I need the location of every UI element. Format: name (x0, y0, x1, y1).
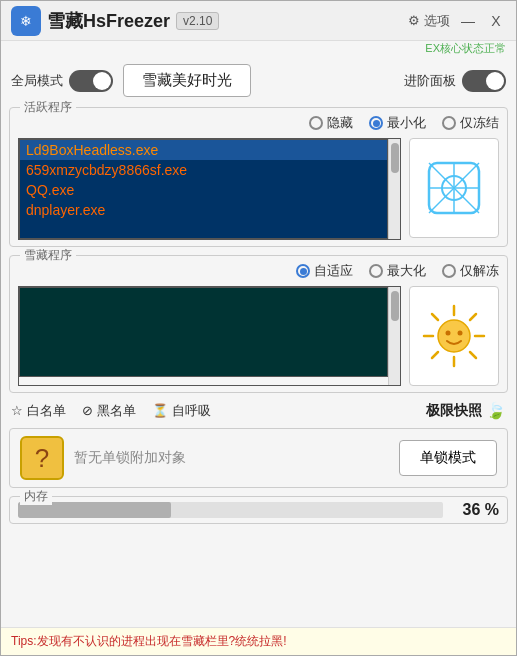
active-section-inner: Ld9BoxHeadless.exe 659xmzycbdzy8866sf.ex… (18, 138, 499, 240)
radio-unfreeze-label: 仅解冻 (460, 262, 499, 280)
frozen-section-inner (18, 286, 499, 386)
radio-hide-circle (309, 116, 323, 130)
main-action-button[interactable]: 雪藏美好时光 (123, 64, 251, 97)
global-mode-label: 全局模式 (11, 72, 63, 90)
process-item-2[interactable]: QQ.exe (20, 180, 387, 200)
memory-percent-label: 36 % (451, 501, 499, 519)
snowflake-icon: ❄ (20, 13, 32, 29)
radio-hide-label: 隐藏 (327, 114, 353, 132)
autobreath-label: 自呼吸 (172, 402, 211, 420)
title-bar: ❄ 雪藏HsFreezer v2.10 ⚙ 选项 — X (1, 1, 516, 41)
active-section-icon (409, 138, 499, 238)
sun-svg (419, 301, 489, 371)
process-list-scrollbar[interactable] (388, 139, 400, 239)
frozen-list-container (18, 286, 401, 386)
memory-bar-row: 36 % (18, 501, 499, 519)
radio-maximize-circle (369, 264, 383, 278)
minimize-button[interactable]: — (458, 11, 478, 31)
radio-maximize-label: 最大化 (387, 262, 426, 280)
main-toolbar: 全局模式 雪藏美好时光 进阶面板 (1, 58, 516, 103)
main-window: ❄ 雪藏HsFreezer v2.10 ⚙ 选项 — X EX核心状态正常 全局… (0, 0, 517, 656)
svg-line-13 (470, 314, 476, 320)
single-lock-button[interactable]: 单锁模式 (399, 440, 497, 476)
advanced-panel-toggle[interactable] (462, 70, 506, 92)
quicksnap-button[interactable]: 极限快照 🍃 (426, 401, 506, 420)
title-left: ❄ 雪藏HsFreezer v2.10 (11, 6, 219, 36)
app-title: 雪藏HsFreezer (47, 9, 170, 33)
active-radio-group: 隐藏 最小化 仅冻结 (18, 114, 499, 132)
process-item-0[interactable]: Ld9BoxHeadless.exe (20, 140, 387, 160)
whitelist-button[interactable]: ☆ 白名单 (11, 402, 66, 420)
radio-freeze-only-circle (442, 116, 456, 130)
star-icon: ☆ (11, 403, 23, 418)
radio-minimize-circle (369, 116, 383, 130)
tips-bar: Tips:发现有不认识的进程出现在雪藏栏里?统统拉黑! (1, 627, 516, 655)
global-mode-toggle[interactable] (69, 70, 113, 92)
process-list[interactable]: Ld9BoxHeadless.exe 659xmzycbdzy8866sf.ex… (19, 139, 388, 239)
svg-point-15 (446, 331, 451, 336)
blacklist-button[interactable]: ⊘ 黑名单 (82, 402, 136, 420)
title-right: ⚙ 选项 — X (408, 11, 506, 31)
radio-hide[interactable]: 隐藏 (309, 114, 353, 132)
scrollbar-thumb (391, 143, 399, 173)
radio-freeze-only-label: 仅冻结 (460, 114, 499, 132)
question-mark-icon: ? (35, 443, 49, 474)
radio-adaptive-label: 自适应 (314, 262, 353, 280)
whitelist-label: 白名单 (27, 402, 66, 420)
radio-adaptive[interactable]: 自适应 (296, 262, 353, 280)
frozen-section-title: 雪藏程序 (20, 247, 76, 264)
memory-bar-background (18, 502, 443, 518)
lock-no-target-text: 暂无单锁附加对象 (74, 449, 389, 467)
frozen-scrollbar-thumb (391, 291, 399, 321)
quicksnap-label: 极限快照 (426, 402, 482, 420)
process-item-3[interactable]: dnplayer.exe (20, 200, 387, 220)
process-list-container: Ld9BoxHeadless.exe 659xmzycbdzy8866sf.ex… (18, 138, 401, 240)
svg-point-6 (438, 320, 470, 352)
memory-title: 内存 (20, 488, 52, 505)
memory-section: 内存 36 % (9, 496, 508, 524)
lock-section: ? 暂无单锁附加对象 单锁模式 (9, 428, 508, 488)
tips-text: Tips:发现有不认识的进程出现在雪藏栏里?统统拉黑! (11, 634, 287, 648)
blacklist-label: 黑名单 (97, 402, 136, 420)
status-bar: EX核心状态正常 (1, 41, 516, 58)
advanced-toggle-knob (486, 72, 504, 90)
status-text: EX核心状态正常 (425, 42, 506, 54)
svg-line-14 (432, 352, 438, 358)
radio-freeze-only[interactable]: 仅冻结 (442, 114, 499, 132)
version-badge: v2.10 (176, 12, 219, 30)
radio-unfreeze[interactable]: 仅解冻 (442, 262, 499, 280)
radio-maximize[interactable]: 最大化 (369, 262, 426, 280)
options-button[interactable]: ⚙ 选项 (408, 12, 450, 30)
svg-point-16 (458, 331, 463, 336)
frozen-section-icon (409, 286, 499, 386)
hourglass-icon: ⏳ (152, 403, 168, 418)
frozen-radio-group: 自适应 最大化 仅解冻 (18, 262, 499, 280)
app-icon: ❄ (11, 6, 41, 36)
ice-cube-svg (419, 153, 489, 223)
svg-line-11 (432, 314, 438, 320)
frozen-list-scrollbar[interactable] (388, 287, 400, 385)
active-section: 活跃程序 隐藏 最小化 仅冻结 Ld9BoxHeadless.exe 659xm… (9, 107, 508, 247)
leaf-icon: 🍃 (486, 401, 506, 420)
autobreath-button[interactable]: ⏳ 自呼吸 (152, 402, 211, 420)
radio-minimize-label: 最小化 (387, 114, 426, 132)
gear-icon: ⚙ (408, 13, 420, 28)
radio-minimize[interactable]: 最小化 (369, 114, 426, 132)
frozen-list[interactable] (19, 287, 388, 377)
window-controls: — X (458, 11, 506, 31)
bottom-toolbar: ☆ 白名单 ⊘ 黑名单 ⏳ 自呼吸 极限快照 🍃 (1, 397, 516, 424)
lock-icon-box: ? (20, 436, 64, 480)
active-section-title: 活跃程序 (20, 99, 76, 116)
close-button[interactable]: X (486, 11, 506, 31)
radio-adaptive-circle (296, 264, 310, 278)
circle-slash-icon: ⊘ (82, 403, 93, 418)
process-item-1[interactable]: 659xmzycbdzy8866sf.exe (20, 160, 387, 180)
radio-unfreeze-circle (442, 264, 456, 278)
frozen-section: 雪藏程序 自适应 最大化 仅解冻 (9, 255, 508, 393)
options-label: 选项 (424, 12, 450, 30)
advanced-panel-group: 进阶面板 (404, 70, 506, 92)
svg-line-12 (470, 352, 476, 358)
advanced-panel-label: 进阶面板 (404, 72, 456, 90)
toggle-knob (93, 72, 111, 90)
global-mode-group: 全局模式 (11, 70, 113, 92)
